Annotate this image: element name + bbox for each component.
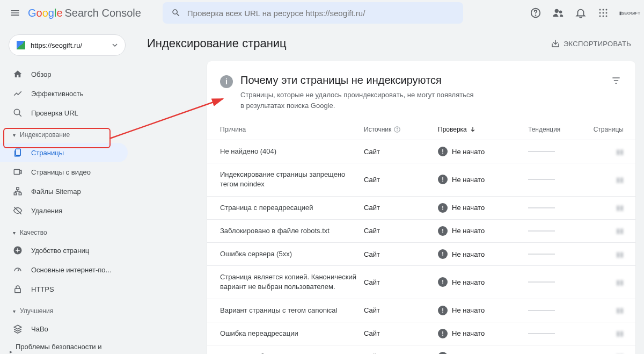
sidebar-item-label: Удобство страниц — [31, 247, 89, 255]
help-icon[interactable] — [529, 6, 542, 19]
sidebar-section-quality[interactable]: ▾ Качество — [0, 225, 134, 241]
cell-source: Сайт — [364, 329, 434, 337]
apps-icon[interactable] — [597, 6, 610, 19]
cell-reason: Ошибка переадресации — [220, 329, 360, 338]
chart-icon — [13, 89, 23, 98]
svg-rect-15 — [14, 170, 20, 175]
table-row[interactable]: Вариант страницы с тегом canonical Сайт … — [207, 299, 635, 322]
table-row[interactable]: Индексирование страницы запрещено тегом … — [207, 163, 635, 196]
hide-icon — [13, 206, 23, 215]
svg-point-7 — [599, 12, 601, 14]
table-header: Причина Источник Проверка Тенденция Стра… — [207, 119, 635, 140]
download-icon — [551, 39, 560, 48]
url-search-input[interactable] — [187, 9, 455, 18]
cell-trend — [528, 230, 587, 232]
export-button[interactable]: ЭКСПОРТИРОВАТЬ — [551, 39, 631, 48]
svg-point-1 — [536, 15, 536, 16]
gauge-icon — [13, 265, 23, 274]
status-icon: ! — [438, 329, 448, 338]
sidebar-section-indexing[interactable]: ▾ Индексирование — [0, 127, 134, 143]
sidebar-item-label: Удаления — [31, 207, 62, 215]
table-row[interactable]: Ложная ошибка 404 Сайт ! Не начато ▮▮ — [207, 345, 635, 354]
th-source[interactable]: Источник — [364, 126, 434, 133]
sidebar-item-video-pages[interactable]: Страницы с видео — [0, 162, 128, 182]
status-icon: ! — [438, 147, 448, 156]
sidebar-item-overview[interactable]: Обзор — [0, 64, 128, 84]
chevron-down-icon — [112, 42, 118, 48]
card-title: Почему эти страницы не индексируются — [240, 74, 477, 86]
th-reason[interactable]: Причина — [220, 126, 360, 133]
sidebar-item-pages[interactable]: Страницы — [0, 143, 128, 162]
cell-status: ! Не начато — [438, 203, 524, 213]
cell-pages: ▮▮ — [591, 250, 624, 258]
menu-icon[interactable] — [9, 6, 21, 19]
svg-rect-14 — [16, 149, 20, 155]
app-header: Google Search Console ▮SEOGIFT — [0, 0, 644, 26]
cell-reason: Заблокировано в файле robots.txt — [220, 226, 360, 236]
cell-pages: ▮▮ — [591, 227, 624, 235]
sidebar-item-core-vitals[interactable]: Основные интернет-по... — [0, 260, 128, 279]
property-url: https://seogift.ru/ — [31, 41, 82, 49]
chevron-down-icon: ▾ — [13, 230, 16, 236]
status-icon: ! — [438, 306, 448, 315]
status-icon: ! — [438, 277, 448, 287]
arrow-down-icon — [469, 126, 477, 133]
table-row[interactable]: Ошибка переадресации Сайт ! Не начато ▮▮ — [207, 322, 635, 345]
cell-reason: Ошибка сервера (5xx) — [220, 249, 360, 259]
cell-pages: ▮▮ — [591, 176, 624, 184]
cell-trend — [528, 207, 587, 208]
sidebar-item-url-inspect[interactable]: Проверка URL — [0, 103, 128, 122]
cell-pages: ▮▮ — [591, 148, 624, 156]
cell-pages: ▮▮ — [591, 204, 624, 212]
cell-reason: Вариант страницы с тегом canonical — [220, 306, 360, 315]
sidebar-item-page-experience[interactable]: Удобство страниц — [0, 241, 128, 260]
product-logo[interactable]: Google Search Console — [28, 7, 141, 19]
th-check[interactable]: Проверка — [438, 126, 524, 133]
chevron-right-icon: ▸ — [10, 348, 12, 354]
cell-pages: ▮▮ — [591, 278, 624, 286]
svg-point-4 — [599, 9, 601, 11]
table-row[interactable]: Страница с переадресацией Сайт ! Не нача… — [207, 197, 635, 220]
property-selector[interactable]: https://seogift.ru/ — [9, 34, 126, 56]
not-indexed-card: i Почему эти страницы не индексируются С… — [207, 61, 635, 354]
table-row[interactable]: Заблокировано в файле robots.txt Сайт ! … — [207, 220, 635, 243]
sidebar-item-faq[interactable]: ЧаВо — [0, 319, 128, 338]
sidebar-item-security[interactable]: ▸ Проблемы безопасности и меры, принятые… — [0, 338, 134, 354]
sidebar-item-label: Файлы Sitemap — [31, 187, 81, 196]
cell-status: ! Не начато — [438, 352, 524, 354]
filter-icon[interactable] — [610, 74, 623, 87]
cell-pages: ▮▮ — [591, 329, 624, 337]
sidebar-section-enhancements[interactable]: ▾ Улучшения — [0, 303, 134, 319]
th-trend[interactable]: Тенденция — [528, 126, 587, 133]
svg-rect-20 — [15, 288, 21, 293]
url-search-bar[interactable] — [163, 2, 463, 24]
sidebar-item-sitemaps[interactable]: Файлы Sitemap — [0, 182, 128, 201]
sidebar-item-label: Проблемы безопасности и меры, принятые в… — [16, 343, 121, 354]
table-row[interactable]: Страница является копией. Канонический в… — [207, 266, 635, 299]
sidebar-item-https[interactable]: HTTPS — [0, 279, 128, 299]
svg-point-11 — [603, 16, 604, 17]
notifications-icon[interactable] — [574, 6, 587, 19]
table-row[interactable]: Не найдено (404) Сайт ! Не начато ▮▮ — [207, 140, 635, 163]
product-name: Search Console — [65, 7, 141, 19]
cell-pages: ▮▮ — [591, 306, 624, 314]
sidebar-item-performance[interactable]: Эффективность — [0, 84, 128, 103]
sidebar-item-removals[interactable]: Удаления — [0, 201, 128, 220]
search-icon — [171, 8, 181, 18]
pages-icon — [13, 148, 23, 157]
status-icon: ! — [438, 175, 448, 184]
header-actions: ▮SEOGIFT — [529, 6, 635, 19]
svg-point-10 — [599, 16, 601, 17]
users-icon[interactable] — [552, 6, 565, 19]
table-row[interactable]: Ошибка сервера (5xx) Сайт ! Не начато ▮▮ — [207, 243, 635, 266]
status-icon: ! — [438, 226, 448, 236]
search-icon — [13, 108, 23, 118]
cell-reason: Индексирование страницы запрещено тегом … — [220, 170, 360, 189]
property-icon — [17, 41, 25, 49]
th-pages[interactable]: Страницы — [591, 126, 624, 133]
cell-source: Сайт — [364, 204, 434, 212]
svg-rect-16 — [17, 187, 19, 190]
cell-status: ! Не начато — [438, 277, 524, 287]
account-badge[interactable]: ▮SEOGIFT — [619, 9, 635, 17]
lock-icon — [13, 284, 23, 294]
